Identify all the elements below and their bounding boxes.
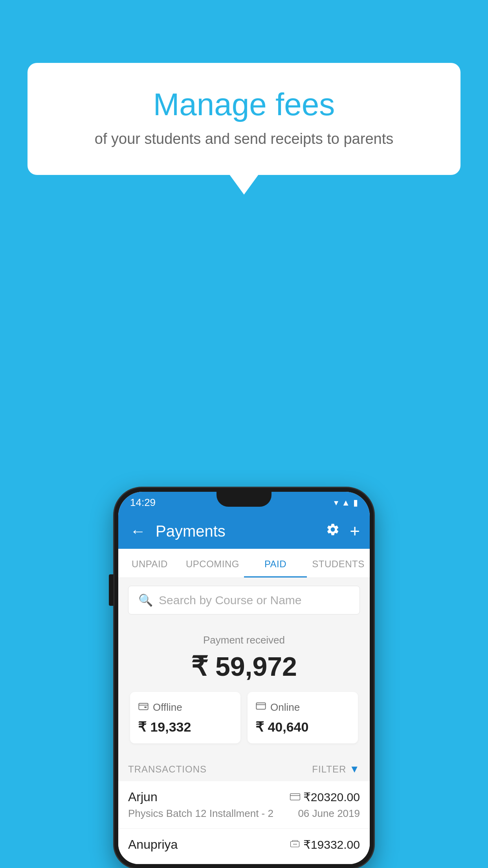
transaction-top: Arjun ₹20320.00 bbox=[128, 790, 360, 804]
online-card-header: Online bbox=[255, 701, 350, 714]
battery-icon: ▮ bbox=[353, 498, 358, 508]
wifi-icon: ▾ bbox=[334, 498, 338, 508]
svg-rect-2 bbox=[256, 703, 265, 709]
search-container: 🔍 Search by Course or Name bbox=[118, 578, 370, 622]
speech-bubble: Manage fees of your students and send re… bbox=[28, 63, 460, 175]
filter-label: FILTER bbox=[312, 764, 346, 775]
offline-card-header: Offline bbox=[138, 701, 233, 714]
transaction-amount: ₹20320.00 bbox=[303, 790, 360, 804]
search-box[interactable]: 🔍 Search by Course or Name bbox=[128, 586, 360, 614]
back-button[interactable]: ← bbox=[128, 520, 148, 542]
app-bar-actions: + bbox=[326, 522, 360, 540]
transaction-name: Anupriya bbox=[128, 837, 178, 852]
search-icon: 🔍 bbox=[138, 593, 153, 607]
svg-rect-0 bbox=[139, 703, 148, 710]
speech-bubble-container: Manage fees of your students and send re… bbox=[28, 63, 460, 175]
online-icon bbox=[255, 701, 266, 714]
table-row[interactable]: Anupriya ₹19332.00 bbox=[118, 829, 370, 864]
table-row[interactable]: Arjun ₹20320.00 Physics Batch 12 Install… bbox=[118, 781, 370, 829]
transactions-label: TRANSACTIONS bbox=[128, 764, 207, 775]
transaction-top: Anupriya ₹19332.00 bbox=[128, 837, 360, 852]
tab-upcoming[interactable]: UPCOMING bbox=[181, 549, 244, 577]
bubble-title: Manage fees bbox=[59, 86, 429, 123]
phone-notch bbox=[216, 492, 272, 507]
transaction-amount-wrap: ₹20320.00 bbox=[290, 790, 360, 804]
signal-icon: ▲ bbox=[341, 498, 350, 508]
online-label: Online bbox=[270, 701, 300, 714]
tab-students[interactable]: STUDENTS bbox=[307, 549, 370, 577]
svg-rect-3 bbox=[290, 794, 300, 800]
phone-screen: 14:29 ▾ ▲ ▮ ← Payments + bbox=[118, 492, 370, 864]
search-input[interactable]: Search by Course or Name bbox=[159, 594, 302, 607]
payment-cards: Offline ₹ 19,332 Online ₹ 40,640 bbox=[128, 692, 360, 743]
status-time: 14:29 bbox=[130, 497, 156, 509]
transaction-list: Arjun ₹20320.00 Physics Batch 12 Install… bbox=[118, 781, 370, 864]
offline-label: Offline bbox=[153, 701, 182, 714]
transaction-date: 06 June 2019 bbox=[298, 807, 360, 820]
total-payment-amount: ₹ 59,972 bbox=[128, 651, 360, 682]
payment-received-label: Payment received bbox=[128, 634, 360, 646]
cash-payment-icon bbox=[290, 839, 300, 851]
app-bar-title: Payments bbox=[156, 522, 318, 540]
bubble-subtitle: of your students and send receipts to pa… bbox=[59, 131, 429, 147]
svg-rect-1 bbox=[144, 706, 147, 708]
status-icons: ▾ ▲ ▮ bbox=[334, 498, 358, 508]
transaction-amount-wrap: ₹19332.00 bbox=[290, 838, 360, 851]
gear-icon bbox=[326, 522, 340, 537]
settings-button[interactable] bbox=[326, 522, 340, 540]
card-payment-icon bbox=[290, 791, 300, 803]
payment-summary: Payment received ₹ 59,972 Offline ₹ 19,3… bbox=[118, 622, 370, 755]
tab-paid[interactable]: PAID bbox=[244, 549, 307, 577]
add-button[interactable]: + bbox=[350, 522, 360, 540]
transactions-header: TRANSACTIONS FILTER ▼ bbox=[118, 755, 370, 781]
transaction-course: Physics Batch 12 Installment - 2 bbox=[128, 807, 273, 820]
online-payment-card: Online ₹ 40,640 bbox=[248, 692, 358, 743]
online-amount: ₹ 40,640 bbox=[255, 719, 350, 735]
transaction-bottom: Physics Batch 12 Installment - 2 06 June… bbox=[128, 807, 360, 820]
offline-payment-card: Offline ₹ 19,332 bbox=[130, 692, 240, 743]
filter-button[interactable]: FILTER ▼ bbox=[312, 763, 360, 775]
phone-wrapper: 14:29 ▾ ▲ ▮ ← Payments + bbox=[114, 488, 374, 868]
filter-icon: ▼ bbox=[349, 763, 360, 775]
offline-icon bbox=[138, 701, 149, 714]
tab-unpaid[interactable]: UNPAID bbox=[118, 549, 181, 577]
phone-frame: 14:29 ▾ ▲ ▮ ← Payments + bbox=[114, 488, 374, 868]
app-bar: ← Payments + bbox=[118, 513, 370, 549]
tabs-bar: UNPAID UPCOMING PAID STUDENTS bbox=[118, 549, 370, 578]
transaction-name: Arjun bbox=[128, 790, 158, 804]
offline-amount: ₹ 19,332 bbox=[138, 719, 233, 735]
transaction-amount: ₹19332.00 bbox=[303, 838, 360, 851]
